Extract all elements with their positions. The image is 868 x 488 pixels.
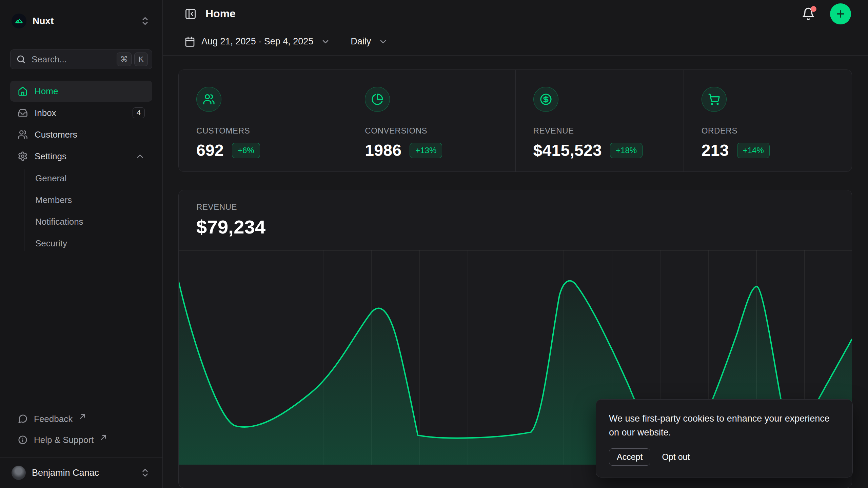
chevron-up-icon xyxy=(135,151,145,161)
stat-delta-badge: +14% xyxy=(737,143,770,158)
granularity-select[interactable]: Daily xyxy=(351,36,388,47)
stat-value: 692 xyxy=(196,141,224,160)
plus-icon xyxy=(835,8,846,19)
stat-delta-badge: +13% xyxy=(410,143,442,158)
footer-link-label: Help & Support xyxy=(34,435,94,445)
stat-orders: ORDERS 213 +14% xyxy=(684,70,852,171)
avatar xyxy=(12,466,26,480)
notification-dot xyxy=(811,6,816,12)
stat-conversions: CONVERSIONS 1986 +13% xyxy=(347,70,515,171)
kbd-k: K xyxy=(134,53,148,66)
dollar-circle-icon xyxy=(533,87,558,112)
granularity-value: Daily xyxy=(351,36,371,47)
settings-subnav: General Members Notifications Security xyxy=(10,167,152,254)
user-name: Benjamin Canac xyxy=(32,468,99,478)
cart-icon xyxy=(702,87,727,112)
search-icon xyxy=(16,54,26,64)
nuxt-logo-icon xyxy=(12,14,26,28)
chevron-down-icon xyxy=(321,37,330,46)
accept-button[interactable]: Accept xyxy=(609,448,650,466)
footer-link-label: Feedback xyxy=(34,414,73,424)
speech-bubble-icon xyxy=(18,414,28,424)
workspace-switcher[interactable]: Nuxt xyxy=(10,7,152,35)
chevron-down-icon xyxy=(378,37,388,46)
sidebar-item-settings[interactable]: Settings xyxy=(10,146,152,167)
add-button[interactable] xyxy=(830,3,851,24)
sidebar-footer: Feedback Help & Support xyxy=(10,408,152,452)
notifications-button[interactable] xyxy=(802,7,815,21)
sidebar-item-label: Inbox xyxy=(35,108,56,118)
sidebar-item-home[interactable]: Home xyxy=(10,81,152,102)
stat-revenue: REVENUE $415,523 +18% xyxy=(515,70,684,171)
page-title: Home xyxy=(205,7,236,20)
sidebar-item-label: Home xyxy=(35,86,58,97)
stat-label: CUSTOMERS xyxy=(196,126,347,136)
revenue-value: $79,234 xyxy=(196,216,834,238)
opt-out-button[interactable]: Opt out xyxy=(662,452,690,462)
pie-chart-icon xyxy=(365,87,390,112)
stat-value: 1986 xyxy=(365,141,401,160)
users-icon xyxy=(18,129,28,140)
stat-customers: CUSTOMERS 692 +6% xyxy=(179,70,347,171)
gear-icon xyxy=(18,151,28,161)
search-input[interactable]: Search... ⌘ K xyxy=(10,49,152,69)
sub-item-label: Members xyxy=(35,195,72,205)
cookie-actions: Accept Opt out xyxy=(609,448,840,466)
user-menu[interactable]: Benjamin Canac xyxy=(10,458,152,488)
panel-collapse-icon[interactable] xyxy=(184,8,197,20)
sidebar-nav: Home Inbox 4 Customers Settings xyxy=(10,81,152,254)
kbd-meta: ⌘ xyxy=(117,53,132,66)
search-shortcut: ⌘ K xyxy=(117,53,148,66)
help-support-link[interactable]: Help & Support xyxy=(10,429,152,450)
sub-item-label: Notifications xyxy=(35,217,83,227)
stats-card: CUSTOMERS 692 +6% CONVERSIONS 1986 +13% xyxy=(178,69,852,172)
date-range-value: Aug 21, 2025 - Sep 4, 2025 xyxy=(201,36,313,47)
stat-value: $415,523 xyxy=(533,141,602,160)
revenue-label: REVENUE xyxy=(196,202,834,212)
stat-label: REVENUE xyxy=(533,126,684,136)
inbox-icon xyxy=(18,108,28,118)
inbox-count-badge: 4 xyxy=(133,107,145,118)
stat-delta-badge: +6% xyxy=(232,143,260,158)
sidebar-item-label: Settings xyxy=(35,151,66,162)
header-actions xyxy=(802,3,851,24)
sidebar-item-notifications[interactable]: Notifications xyxy=(35,211,152,232)
cookie-banner: We use first-party cookies to enhance yo… xyxy=(596,399,853,477)
calendar-icon xyxy=(184,36,195,47)
sidebar-item-general[interactable]: General xyxy=(35,167,152,189)
sidebar-item-members[interactable]: Members xyxy=(35,189,152,211)
info-icon xyxy=(18,435,28,445)
stat-delta-badge: +18% xyxy=(610,143,643,158)
external-link-icon xyxy=(79,413,85,420)
select-chevrons-icon xyxy=(140,16,150,26)
date-range-picker[interactable]: Aug 21, 2025 - Sep 4, 2025 xyxy=(184,36,330,47)
external-link-icon xyxy=(100,434,106,441)
sidebar-item-security[interactable]: Security xyxy=(35,232,152,254)
sub-item-label: General xyxy=(35,173,67,184)
filter-toolbar: Aug 21, 2025 - Sep 4, 2025 Daily xyxy=(163,28,868,56)
header: Home xyxy=(163,0,868,28)
sidebar: Nuxt Search... ⌘ K Home xyxy=(0,0,163,488)
feedback-link[interactable]: Feedback xyxy=(10,408,152,429)
stat-label: CONVERSIONS xyxy=(365,126,515,136)
search-placeholder: Search... xyxy=(32,54,111,65)
sub-item-label: Security xyxy=(35,238,67,249)
select-chevrons-icon xyxy=(140,468,150,478)
sidebar-item-customers[interactable]: Customers xyxy=(10,124,152,145)
stat-label: ORDERS xyxy=(702,126,852,136)
sidebar-item-inbox[interactable]: Inbox 4 xyxy=(10,102,152,123)
workspace-name: Nuxt xyxy=(33,16,54,26)
home-icon xyxy=(18,86,28,96)
cookie-message: We use first-party cookies to enhance yo… xyxy=(609,412,840,440)
stat-value: 213 xyxy=(702,141,729,160)
sidebar-spacer xyxy=(10,254,152,408)
users-icon xyxy=(196,87,221,112)
sidebar-item-label: Customers xyxy=(35,129,77,140)
